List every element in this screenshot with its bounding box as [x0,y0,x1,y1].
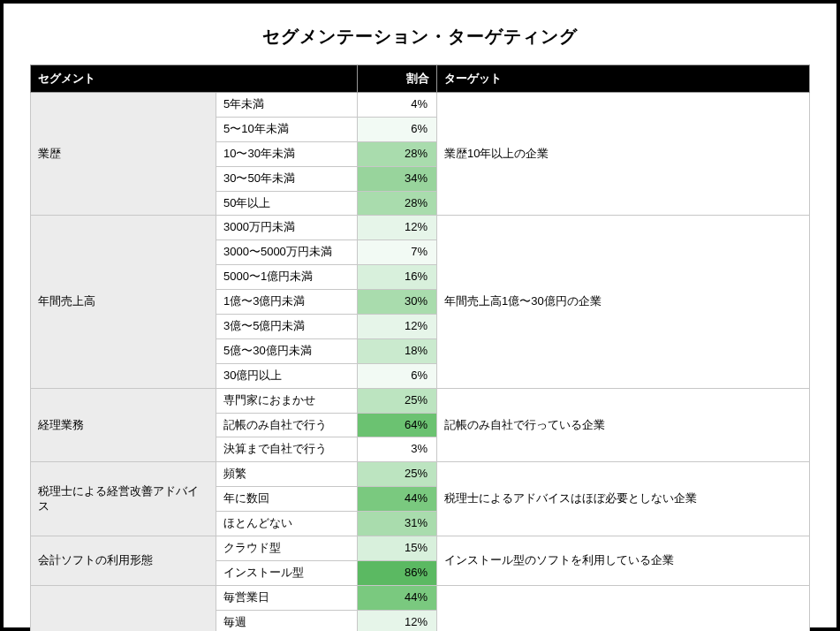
table-row: 会計ソフトの利用形態クラウド型15%インストール型のソフトを利用している企業 [31,536,810,561]
segment-label: 5億〜30億円未満 [216,338,358,363]
table-row: 記帳頻度毎営業日44%記帳を最低でも毎月行う企業 [31,585,810,610]
segment-group-name: 記帳頻度 [31,585,216,631]
segment-label: 記帳のみ自社で行う [216,413,358,437]
segment-percentage: 25% [358,388,437,413]
table-header-row: セグメント 割合 ターゲット [31,65,810,93]
segment-percentage: 28% [358,191,437,216]
header-ratio: 割合 [358,65,437,93]
segment-group-name: 税理士による経営改善アドバイス [31,462,216,536]
segment-group-name: 業歴 [31,93,216,216]
slide-frame: セグメンテーション・ターゲティング セグメント 割合 ターゲット 業歴5年未満4… [0,0,840,631]
segment-group-name: 年間売上高 [31,216,216,388]
segment-label: 年に数回 [216,487,358,512]
segment-label: 10〜30年未満 [216,141,358,166]
target-description: 年間売上高1億〜30億円の企業 [437,216,810,388]
table-row: 経理業務専門家におまかせ25%記帳のみ自社で行っている企業 [31,388,810,413]
target-description: 記帳のみ自社で行っている企業 [437,388,810,462]
segment-percentage: 15% [358,536,437,561]
segment-percentage: 64% [358,413,437,437]
segment-label: ほとんどない [216,512,358,536]
segment-label: クラウド型 [216,536,358,561]
header-segment: セグメント [31,65,358,93]
segment-label: 30億円以上 [216,363,358,388]
target-description: インストール型のソフトを利用している企業 [437,536,810,586]
segment-group-name: 会計ソフトの利用形態 [31,536,216,586]
segment-label: 3000〜5000万円未満 [216,240,358,265]
segment-percentage: 28% [358,141,437,166]
segment-percentage: 44% [358,487,437,512]
segment-percentage: 6% [358,363,437,388]
target-description: 記帳を最低でも毎月行う企業 [437,585,810,631]
segment-label: 5000〜1億円未満 [216,265,358,290]
segment-label: 50年以上 [216,191,358,216]
target-description: 税理士によるアドバイスはほぼ必要としない企業 [437,462,810,536]
segment-label: 専門家におまかせ [216,388,358,413]
segment-percentage: 12% [358,315,437,339]
segment-label: 3000万円未満 [216,216,358,240]
segment-label: 毎営業日 [216,585,358,610]
segment-percentage: 7% [358,240,437,265]
segment-percentage: 44% [358,585,437,610]
segment-label: 1億〜3億円未満 [216,290,358,315]
segment-percentage: 12% [358,610,437,631]
segment-percentage: 18% [358,338,437,363]
segment-label: 頻繁 [216,462,358,487]
segmentation-table: セグメント 割合 ターゲット 業歴5年未満4%業歴10年以上の企業5〜10年未満… [30,65,810,631]
segment-percentage: 25% [358,462,437,487]
segment-percentage: 86% [358,560,437,585]
segment-percentage: 31% [358,512,437,536]
segment-percentage: 6% [358,117,437,141]
segment-label: 毎週 [216,610,358,631]
segment-percentage: 34% [358,166,437,191]
table-row: 年間売上高3000万円未満12%年間売上高1億〜30億円の企業 [31,216,810,240]
segment-label: 30〜50年未満 [216,166,358,191]
segment-label: 5年未満 [216,93,358,118]
target-description: 業歴10年以上の企業 [437,93,810,216]
segment-percentage: 3% [358,437,437,462]
segment-percentage: 30% [358,290,437,315]
segment-percentage: 4% [358,93,437,118]
segment-group-name: 経理業務 [31,388,216,462]
segment-percentage: 16% [358,265,437,290]
segment-label: 決算まで自社で行う [216,437,358,462]
table-row: 税理士による経営改善アドバイス頻繁25%税理士によるアドバイスはほぼ必要としない… [31,462,810,487]
table-row: 業歴5年未満4%業歴10年以上の企業 [31,93,810,118]
page-title: セグメンテーション・ターゲティング [30,25,810,49]
segment-label: インストール型 [216,560,358,585]
header-target: ターゲット [437,65,810,93]
segment-percentage: 12% [358,216,437,240]
segment-label: 5〜10年未満 [216,117,358,141]
segment-label: 3億〜5億円未満 [216,315,358,339]
